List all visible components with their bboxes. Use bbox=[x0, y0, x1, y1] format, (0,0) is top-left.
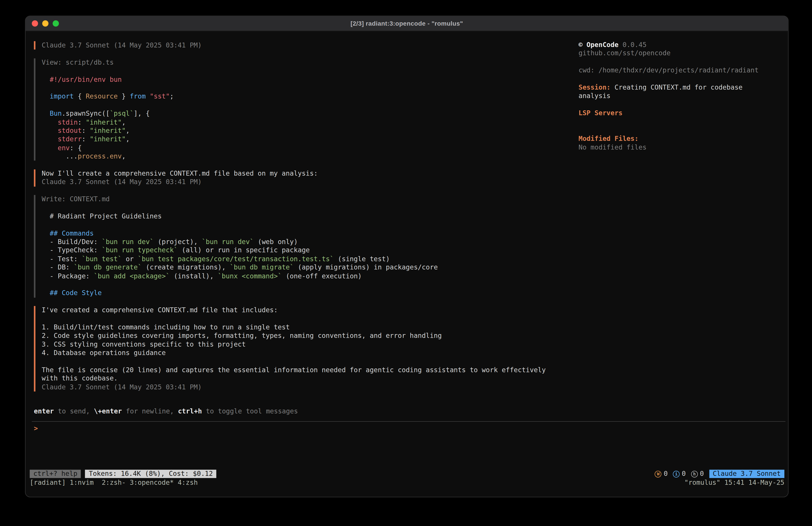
tmux-windows[interactable]: [radiant] 1:nvim 2:zsh- 3:opencode* 4:zs… bbox=[30, 479, 198, 487]
text-line bbox=[42, 67, 556, 75]
text-line: env: { bbox=[42, 144, 556, 152]
close-button[interactable] bbox=[32, 20, 38, 27]
status-bar: ctrl+? help Tokens: 16.4K (8%), Cost: $0… bbox=[30, 469, 784, 479]
text-line: stdin: "inherit", bbox=[42, 118, 556, 127]
message-list: Claude 3.7 Sonnet (14 May 2025 03:41 PM)… bbox=[34, 41, 556, 392]
text-line: github.com/sst/opencode bbox=[579, 49, 784, 58]
text-line: Write: CONTEXT.md bbox=[42, 195, 556, 203]
assistant-message: Now I'll create a comprehensive CONTEXT.… bbox=[34, 169, 556, 187]
text-line: - Test: `bun test` or `bun test packages… bbox=[42, 255, 556, 263]
text-line: ## Commands bbox=[42, 229, 556, 238]
text-line: 1. Build/lint/test commands including ho… bbox=[42, 323, 556, 332]
text-line bbox=[42, 101, 556, 110]
text-line: Claude 3.7 Sonnet (14 May 2025 03:41 PM) bbox=[42, 41, 556, 50]
text-line: stdout: "inherit", bbox=[42, 127, 556, 135]
warning-icon: W bbox=[655, 470, 662, 477]
assistant-message: Claude 3.7 Sonnet (14 May 2025 03:41 PM) bbox=[34, 41, 556, 50]
warning-count: 0 bbox=[664, 470, 668, 478]
text-line: No modified files bbox=[579, 143, 784, 152]
diagnostics-hints: h 0 bbox=[691, 470, 704, 478]
desktop-background: [2/3] radiant:3:opencode - "romulus" Cla… bbox=[0, 0, 812, 526]
text-line bbox=[579, 100, 784, 109]
tool-output: View: script/db.ts #!/usr/bin/env bun im… bbox=[34, 58, 556, 161]
text-line: analysis bbox=[579, 92, 784, 100]
traffic-lights bbox=[32, 16, 59, 31]
text-line: 3. CSS styling conventions specific to t… bbox=[42, 340, 556, 349]
text-line: # Radiant Project Guidelines bbox=[42, 212, 556, 221]
text-line bbox=[42, 357, 556, 366]
terminal-content: Claude 3.7 Sonnet (14 May 2025 03:41 PM)… bbox=[26, 31, 788, 497]
chat-pane: Claude 3.7 Sonnet (14 May 2025 03:41 PM)… bbox=[34, 41, 556, 416]
status-bar-right: W 0 i 0 h 0 Claude 3.7 Sonnet bbox=[655, 470, 784, 478]
text-line bbox=[42, 203, 556, 212]
text-line: Claude 3.7 Sonnet (14 May 2025 03:41 PM) bbox=[42, 383, 556, 392]
diagnostics-info: i 0 bbox=[673, 470, 686, 478]
text-line: Claude 3.7 Sonnet (14 May 2025 03:41 PM) bbox=[42, 178, 556, 186]
text-line: Now I'll create a comprehensive CONTEXT.… bbox=[42, 169, 556, 178]
text-line: Modified Files: bbox=[579, 134, 784, 143]
text-line: cwd: /home/thdxr/dev/projects/radiant/ra… bbox=[579, 66, 784, 75]
text-line bbox=[42, 221, 556, 229]
text-line bbox=[579, 75, 784, 83]
text-line bbox=[42, 315, 556, 323]
prompt-symbol: > bbox=[32, 422, 785, 433]
text-line: with this codebase. bbox=[42, 374, 556, 383]
text-line: - Package: `bun add <package>` (install)… bbox=[42, 272, 556, 280]
text-line: LSP Servers bbox=[579, 109, 784, 117]
tmux-status-bar: [radiant] 1:nvim 2:zsh- 3:opencode* 4:zs… bbox=[30, 479, 784, 487]
text-line: © OpenCode 0.0.45 bbox=[579, 41, 784, 49]
text-line: I've created a comprehensive CONTEXT.md … bbox=[42, 306, 556, 314]
prompt-input[interactable]: > bbox=[32, 421, 785, 469]
text-line: Bun.spawnSync([`psql`], { bbox=[42, 110, 556, 118]
help-shortcut-badge[interactable]: ctrl+? help bbox=[30, 470, 81, 478]
titlebar: [2/3] radiant:3:opencode - "romulus" bbox=[26, 16, 788, 31]
diagnostics-warnings: W 0 bbox=[655, 470, 668, 478]
text-line: 4. Database operations guidance bbox=[42, 349, 556, 357]
help-line: enter to send, \+enter for newline, ctrl… bbox=[34, 407, 556, 416]
text-line bbox=[42, 280, 556, 289]
terminal-window: [2/3] radiant:3:opencode - "romulus" Cla… bbox=[25, 16, 788, 497]
hint-icon: h bbox=[691, 470, 698, 477]
text-line: - TypeCheck: `bun run typecheck` (all) o… bbox=[42, 246, 556, 255]
hint-count: 0 bbox=[700, 470, 704, 478]
text-line: - Build/Dev: `bun run dev` (project), `b… bbox=[42, 238, 556, 246]
text-line: import { Resource } from "sst"; bbox=[42, 93, 556, 101]
tmux-host-time: "romulus" 15:41 14-May-25 bbox=[684, 479, 784, 487]
text-line: - DB: `bun db generate` (create migratio… bbox=[42, 264, 556, 272]
window-title: [2/3] radiant:3:opencode - "romulus" bbox=[350, 20, 463, 27]
zoom-button[interactable] bbox=[53, 20, 59, 27]
text-line: 2. Code style guidelines covering import… bbox=[42, 332, 556, 340]
tokens-cost-badge: Tokens: 16.4K (8%), Cost: $0.12 bbox=[85, 470, 216, 478]
text-line bbox=[579, 58, 784, 66]
text-line: Session: Creating CONTEXT.md for codebas… bbox=[579, 83, 784, 92]
text-line bbox=[42, 84, 556, 92]
text-line bbox=[579, 117, 784, 126]
text-line: View: script/db.ts bbox=[42, 58, 556, 67]
tool-output: Write: CONTEXT.md # Radiant Project Guid… bbox=[34, 195, 556, 298]
text-line: ## Code Style bbox=[42, 289, 556, 298]
minimize-button[interactable] bbox=[42, 20, 48, 27]
text-line: stderr: "inherit", bbox=[42, 135, 556, 144]
assistant-message: I've created a comprehensive CONTEXT.md … bbox=[34, 306, 556, 392]
text-line: ...process.env, bbox=[42, 152, 556, 161]
text-line bbox=[579, 126, 784, 134]
info-count: 0 bbox=[682, 470, 686, 478]
status-bar-left: ctrl+? help Tokens: 16.4K (8%), Cost: $0… bbox=[30, 470, 216, 478]
model-badge[interactable]: Claude 3.7 Sonnet bbox=[709, 470, 784, 478]
sidebar: © OpenCode 0.0.45github.com/sst/opencode… bbox=[579, 41, 784, 152]
text-line: The file is concise (20 lines) and captu… bbox=[42, 366, 556, 374]
info-icon: i bbox=[673, 470, 680, 477]
text-line: #!/usr/bin/env bun bbox=[42, 75, 556, 84]
